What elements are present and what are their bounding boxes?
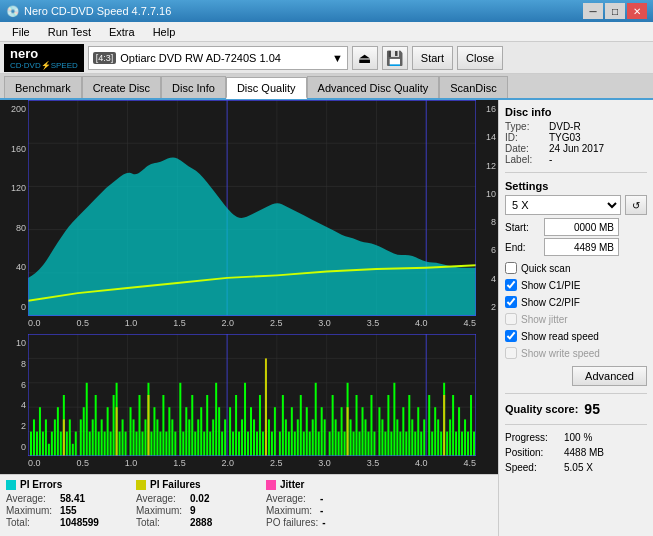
y-axis-left-top: 200 160 120 80 40 0	[0, 100, 28, 316]
svg-rect-161	[414, 432, 416, 456]
pi-failures-max-value: 9	[190, 505, 196, 516]
tab-create-disc[interactable]: Create Disc	[82, 76, 161, 98]
svg-rect-109	[253, 419, 255, 456]
refresh-button[interactable]: ↺	[625, 195, 647, 215]
save-button[interactable]: 💾	[382, 46, 408, 70]
svg-rect-162	[417, 407, 419, 456]
svg-rect-99	[221, 432, 223, 456]
svg-rect-172	[449, 419, 451, 456]
svg-rect-61	[104, 432, 106, 456]
svg-rect-129	[315, 383, 317, 456]
quick-scan-checkbox[interactable]	[505, 262, 517, 274]
right-panel: Disc info Type: DVD-R ID: TYG03 Date: 24…	[498, 100, 653, 536]
tab-benchmark[interactable]: Benchmark	[4, 76, 82, 98]
svg-rect-108	[250, 407, 252, 456]
svg-rect-122	[294, 432, 296, 456]
svg-rect-77	[153, 407, 155, 456]
pi-errors-legend-dot	[6, 480, 16, 490]
svg-rect-97	[215, 383, 217, 456]
svg-rect-144	[362, 407, 364, 456]
quality-score-label: Quality score:	[505, 403, 578, 415]
svg-rect-154	[393, 383, 395, 456]
menu-run-test[interactable]: Run Test	[40, 24, 99, 40]
pi-failures-stats: PI Failures Average: 0.02 Maximum: 9 Tot…	[136, 479, 266, 532]
position-value: 4488 MB	[564, 447, 604, 458]
show-c2-checkbox[interactable]	[505, 296, 517, 308]
svg-rect-150	[381, 419, 383, 456]
close-window-button[interactable]: ✕	[627, 3, 647, 19]
show-write-speed-label: Show write speed	[521, 348, 600, 359]
svg-rect-62	[107, 407, 109, 456]
eject-button[interactable]: ⏏	[352, 46, 378, 70]
svg-rect-107	[247, 432, 249, 456]
show-read-speed-row: Show read speed	[505, 330, 647, 342]
svg-rect-151	[384, 432, 386, 456]
tab-disc-quality[interactable]: Disc Quality	[226, 77, 307, 99]
menu-file[interactable]: File	[4, 24, 38, 40]
svg-rect-146	[367, 432, 369, 456]
pi-failures-label: PI Failures	[150, 479, 201, 490]
svg-rect-175	[458, 407, 460, 456]
svg-rect-67	[122, 419, 124, 456]
disc-label-label: Label:	[505, 154, 545, 165]
toolbar: nero CD·DVD⚡SPEED [4:3] Optiarc DVD RW A…	[0, 42, 653, 74]
show-jitter-label: Show jitter	[521, 314, 568, 325]
svg-rect-168	[437, 419, 439, 456]
title-bar: 💿 Nero CD-DVD Speed 4.7.7.16 ─ □ ✕	[0, 0, 653, 22]
svg-rect-178	[467, 432, 469, 456]
drive-selector[interactable]: [4:3] Optiarc DVD RW AD-7240S 1.04 ▼	[88, 46, 348, 70]
tab-scandisc[interactable]: ScanDisc	[439, 76, 507, 98]
speed-select[interactable]: 5 X	[505, 195, 621, 215]
svg-rect-173	[452, 395, 454, 456]
svg-rect-76	[150, 432, 152, 456]
minimize-button[interactable]: ─	[583, 3, 603, 19]
x-axis-top: 0.0 0.5 1.0 1.5 2.0 2.5 3.0 3.5 4.0 4.5	[0, 316, 498, 334]
pi-errors-total-label: Total:	[6, 517, 56, 528]
disc-info-section: Disc info Type: DVD-R ID: TYG03 Date: 24…	[505, 106, 647, 165]
chart-top-canvas	[28, 100, 476, 316]
svg-rect-55	[86, 383, 88, 456]
show-write-speed-checkbox[interactable]	[505, 347, 517, 359]
svg-rect-132	[324, 419, 326, 456]
show-c1-checkbox[interactable]	[505, 279, 517, 291]
svg-rect-185	[347, 407, 349, 456]
show-jitter-checkbox[interactable]	[505, 313, 517, 325]
position-row: Position: 4488 MB	[505, 447, 647, 458]
svg-rect-153	[390, 432, 392, 456]
svg-rect-87	[185, 407, 187, 456]
advanced-button[interactable]: Advanced	[572, 366, 647, 386]
svg-rect-102	[232, 432, 234, 456]
svg-rect-45	[54, 419, 56, 456]
close-button[interactable]: Close	[457, 46, 503, 70]
svg-rect-71	[136, 432, 138, 456]
svg-rect-131	[321, 407, 323, 456]
svg-rect-68	[125, 432, 127, 456]
svg-rect-115	[271, 432, 273, 456]
svg-rect-167	[434, 407, 436, 456]
svg-rect-70	[133, 419, 135, 456]
svg-rect-127	[309, 432, 311, 456]
show-c1-label: Show C1/PIE	[521, 280, 580, 291]
svg-rect-135	[335, 419, 337, 456]
jitter-max-label: Maximum:	[266, 505, 316, 516]
show-read-speed-checkbox[interactable]	[505, 330, 517, 342]
pi-failures-total-label: Total:	[136, 517, 186, 528]
svg-rect-80	[162, 395, 164, 456]
menu-help[interactable]: Help	[145, 24, 184, 40]
menu-extra[interactable]: Extra	[101, 24, 143, 40]
svg-rect-174	[455, 432, 457, 456]
maximize-button[interactable]: □	[605, 3, 625, 19]
disc-type-value: DVD-R	[549, 121, 581, 132]
start-button[interactable]: Start	[412, 46, 453, 70]
start-input[interactable]	[544, 218, 619, 236]
svg-rect-51	[72, 444, 74, 456]
svg-rect-164	[423, 419, 425, 456]
svg-rect-133	[329, 432, 331, 456]
svg-rect-56	[89, 432, 91, 456]
show-c2-row: Show C2/PIF	[505, 296, 647, 308]
svg-rect-58	[95, 395, 97, 456]
svg-rect-152	[387, 395, 389, 456]
tab-advanced-disc-quality[interactable]: Advanced Disc Quality	[307, 76, 440, 98]
tab-disc-info[interactable]: Disc Info	[161, 76, 226, 98]
end-input[interactable]	[544, 238, 619, 256]
